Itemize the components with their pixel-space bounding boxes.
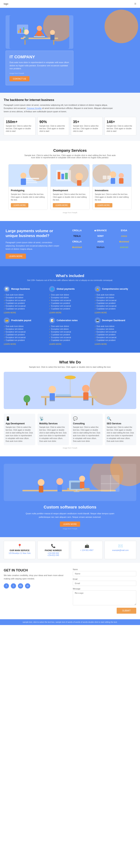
included-list-3: Duis aute irure dolore Excepteur sint do…	[4, 325, 45, 342]
email-input[interactable]	[73, 581, 136, 586]
contact-value-0: 125 Brooklyn 11 New York	[6, 552, 33, 554]
stat-num-1: 90%	[39, 120, 67, 124]
service-img-1	[51, 164, 89, 187]
message-field: Message	[73, 588, 136, 606]
included-title-2: Comprehensive security	[102, 288, 128, 290]
name-field: Name	[73, 568, 136, 576]
svg-rect-74	[80, 482, 85, 488]
svg-point-73	[79, 476, 85, 482]
included-title-1: Global payments	[56, 288, 75, 290]
logo: logo	[4, 2, 8, 5]
service-title-1: Development	[53, 189, 87, 192]
brand-android: android	[114, 245, 134, 249]
git-left: GET IN TOUCH We take creative credibilit…	[4, 568, 67, 614]
wwd-card-3: 🔍 SEO Services Sample text. Click to sel…	[105, 414, 137, 445]
services-section: Company Services Sample text. Click to s…	[0, 141, 140, 221]
contact-value-3: example@mail.com	[107, 549, 134, 551]
service-card-2: Innovations Sample text. Click to select…	[92, 164, 132, 210]
stat-label-2: Sample text. Click to select the text bo…	[73, 125, 101, 132]
included-learn-5[interactable]: LEARN MORE	[95, 343, 136, 345]
included-learn-2[interactable]: LEARN MORE	[95, 312, 136, 314]
svg-rect-54	[83, 392, 89, 400]
svg-rect-16	[20, 29, 21, 33]
svg-point-12	[50, 30, 55, 35]
service-title-2: Innovations	[95, 189, 129, 192]
svg-point-58	[24, 395, 30, 403]
service-btn-2[interactable]: LEARN MORE	[95, 203, 112, 208]
svg-rect-52	[55, 396, 71, 397]
wwd-icon-3: 🔍	[107, 416, 135, 421]
contact-value-1: +234 800 000+234-812-345	[39, 552, 67, 556]
svg-point-23	[20, 173, 26, 179]
included-learn-4[interactable]: LEARN MORE	[49, 343, 91, 345]
svg-rect-7	[23, 37, 26, 38]
svg-rect-25	[26, 178, 39, 179]
message-input[interactable]	[73, 590, 136, 605]
contact-grid: 📍 OUR MAIN SERVICE 125 Brooklyn 11 New Y…	[4, 541, 136, 559]
cs-paragraph: Quam nulla porttitor massa id neque aliq…	[23, 512, 117, 519]
payments-paragraph: Paragraph Lorem ipsum dolor sit amet, co…	[6, 241, 61, 251]
stat-0: 150m+ Sample text. Click to select the t…	[4, 117, 36, 135]
included-learn-0[interactable]: LEARN MORE	[4, 312, 45, 314]
whatwedo-image-from: Image from Freepik	[4, 447, 136, 449]
svg-point-60	[65, 375, 76, 379]
services-subtitle: Sample text. Click to select the text bo…	[23, 154, 117, 159]
svg-rect-27	[26, 182, 37, 183]
hero-contact-btn[interactable]: CONTACT US	[9, 76, 29, 81]
wwd-icon-0: 📱	[6, 416, 33, 421]
contact-box-3: ✉️ example@mail.com	[104, 541, 136, 559]
hero-left: IT COMPANY Duis aute irure dolor in repr…	[0, 8, 77, 93]
service-img-2	[93, 164, 132, 187]
service-img-0	[8, 164, 47, 187]
stat-label-0: Sample text. Click to select the text bo…	[6, 125, 33, 132]
brand-asos: ASOS	[90, 240, 111, 244]
hero-orange-circle	[104, 10, 138, 43]
service-text-2: Sample text. Click to select the text bo…	[95, 193, 129, 201]
menu-icon[interactable]: ≡	[134, 2, 136, 6]
included-grid: 📊 Manage business Duis aute irure dolore…	[4, 286, 136, 345]
brand-crocs: crocs	[114, 234, 134, 238]
included-card-5: 💻 Developer Dashboard Duis aute irure do…	[95, 317, 136, 345]
service-card-1: Development Sample text. Click to select…	[50, 164, 90, 210]
svg-rect-32	[61, 174, 64, 179]
linkedin-icon[interactable]: in	[25, 583, 30, 589]
svg-rect-33	[65, 173, 68, 179]
navbar: logo ≡	[0, 0, 140, 8]
twitter-icon[interactable]: t	[11, 583, 16, 589]
included-subtitle: Get 100+ features out of the box with uB…	[4, 279, 136, 281]
service-btn-1[interactable]: LEARN MORE	[53, 203, 70, 208]
payments-heading: Large payments volume or unique business…	[6, 228, 61, 238]
included-list-2: Duis aute irure dolore Excepteur sint do…	[95, 293, 136, 310]
included-list-4: Duis aute irure dolore Excepteur sint do…	[49, 325, 91, 342]
included-learn-3[interactable]: LEARN MORE	[4, 343, 45, 345]
cs-btn[interactable]: LEARN MORE	[60, 522, 80, 527]
git-right: Name Email Message SUBMIT	[73, 568, 136, 614]
included-heading: What's included	[4, 274, 136, 278]
wwd-text-3: Sample text. Click to select the text bo…	[107, 426, 135, 442]
included-title-3: Predictable payout	[11, 319, 31, 322]
backbone-link[interactable]: Quisque fringilla	[27, 107, 42, 109]
service-card-0: Prototyping Sample text. Click to select…	[8, 164, 48, 210]
stat-2: 35+ Sample text. Click to select the tex…	[71, 117, 103, 135]
instagram-icon[interactable]: IG	[18, 583, 23, 589]
wwd-text-2: Sample text. Click to select the text bo…	[73, 426, 101, 442]
wwd-text-1: Sample text. Click to select the text bo…	[39, 426, 67, 442]
service-text-1: Sample text. Click to select the text bo…	[53, 193, 87, 201]
facebook-icon[interactable]: f	[4, 583, 9, 589]
footer: sample text, click to select the text bo…	[0, 619, 140, 625]
whatwedo-section: What We Do Sample text. Click to select …	[0, 353, 140, 456]
payments-btn[interactable]: LEARN MORE	[6, 254, 26, 259]
stat-num-0: 150m+	[6, 120, 33, 124]
brand-tesla: TESLA	[67, 234, 87, 238]
services-heading: Company Services	[4, 148, 136, 153]
included-learn-1[interactable]: LEARN MORE	[49, 312, 91, 314]
svg-point-8	[37, 26, 42, 31]
svg-rect-24	[21, 179, 26, 185]
svg-point-37	[93, 164, 111, 183]
included-list-5: Duis aute irure dolore Excepteur sint do…	[95, 325, 136, 342]
get-in-touch-section: GET IN TOUCH We take creative credibilit…	[0, 563, 140, 619]
name-input[interactable]	[73, 571, 136, 576]
submit-button[interactable]: SUBMIT	[117, 608, 136, 614]
service-btn-0[interactable]: LEARN MORE	[11, 203, 28, 208]
svg-point-53	[82, 385, 90, 392]
